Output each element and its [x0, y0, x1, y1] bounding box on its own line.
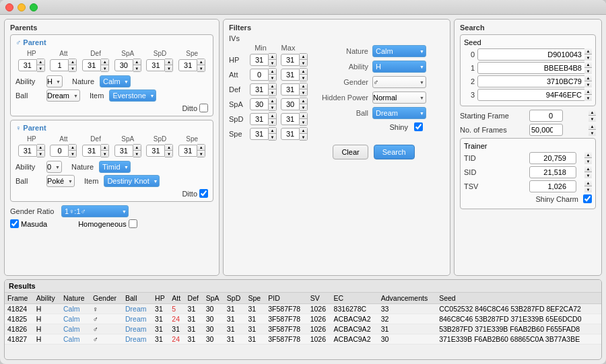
filter-spa-max[interactable]: ▲▼ [281, 98, 308, 111]
p2-ability-select[interactable]: 0 [46, 161, 62, 173]
filter-spd-min-input[interactable] [250, 113, 269, 125]
filter-def-max-down[interactable]: ▼ [300, 89, 307, 96]
filter-def-min-down[interactable]: ▼ [269, 89, 276, 96]
seed-down-2[interactable]: ▼ [584, 81, 592, 87]
seed-value-0[interactable] [477, 48, 592, 61]
num-frames-down[interactable]: ▼ [588, 130, 596, 136]
filter-att-max-input[interactable] [281, 69, 300, 81]
filter-spa-min-input[interactable] [250, 98, 269, 110]
p1-hp-input[interactable] [18, 59, 37, 71]
filter-gender-select[interactable]: ♂ [372, 76, 426, 88]
num-frames-stepper[interactable]: ▲ ▼ [588, 124, 596, 136]
p2-hp-input[interactable] [18, 145, 37, 157]
seed-up-2[interactable]: ▲ [584, 75, 592, 81]
filter-def-min-up[interactable]: ▲ [269, 83, 276, 89]
p1-att-down[interactable]: ▼ [69, 65, 76, 71]
filter-spe-min[interactable]: ▲▼ [250, 127, 277, 141]
search-button[interactable]: Search [374, 145, 415, 159]
p1-item-select-wrap[interactable]: Everstone [109, 89, 156, 102]
table-row[interactable]: 41825HCalm♂Dream3124313031313F587F781026… [5, 314, 601, 324]
tsv-stepper[interactable]: ▲ ▼ [584, 180, 592, 192]
p1-spe-spinner[interactable]: ▲▼ [178, 59, 205, 72]
starting-frame-stepper[interactable]: ▲ ▼ [588, 110, 596, 122]
filter-spa-max-input[interactable] [281, 98, 300, 110]
p1-spe-up[interactable]: ▲ [197, 59, 205, 65]
filter-spd-min-up[interactable]: ▲ [269, 113, 276, 119]
gender-ratio-select-wrap[interactable]: 1♀:1♂ [61, 205, 129, 217]
p1-spa-down[interactable]: ▼ [133, 65, 141, 71]
starting-frame-down[interactable]: ▼ [588, 116, 596, 122]
p2-spa-spinner[interactable]: ▲▼ [114, 144, 141, 157]
filter-hp-min-up[interactable]: ▲ [269, 54, 276, 60]
filter-spd-min[interactable]: ▲▼ [250, 112, 277, 126]
p1-att-spinner[interactable]: ▲▼ [50, 59, 77, 72]
p2-item-select[interactable]: Destiny Knot [104, 175, 160, 187]
filter-att-min[interactable]: ▲▼ [250, 68, 277, 81]
p1-spa-spinner[interactable]: ▲▼ [114, 59, 141, 72]
filter-spe-max-up[interactable]: ▲ [300, 128, 307, 134]
seed-value-3[interactable] [477, 89, 592, 101]
seed-down-0[interactable]: ▼ [584, 54, 592, 61]
seed-value-1[interactable] [477, 62, 592, 74]
filter-att-max-up[interactable]: ▲ [300, 69, 307, 75]
filter-spd-min-down[interactable]: ▼ [269, 119, 276, 125]
filter-spd-max-input[interactable] [281, 113, 300, 125]
seed-up-3[interactable]: ▲ [584, 89, 592, 95]
p2-spd-up[interactable]: ▲ [165, 145, 172, 151]
tid-up[interactable]: ▲ [584, 152, 592, 158]
tid-input[interactable] [529, 152, 576, 164]
filter-spa-min[interactable]: ▲▼ [250, 98, 277, 111]
num-frames-input[interactable] [529, 124, 563, 136]
p2-ball-select[interactable]: Poké [46, 175, 75, 187]
close-button[interactable] [5, 3, 13, 11]
minimize-button[interactable] [18, 3, 26, 11]
p1-def-spinner[interactable]: ▲▼ [82, 59, 109, 72]
p1-spd-down[interactable]: ▼ [165, 65, 172, 71]
p2-spe-input[interactable] [178, 145, 197, 157]
p1-ditto-checkbox[interactable] [199, 104, 208, 112]
seed-down-3[interactable]: ▼ [584, 95, 592, 101]
filter-spe-max-input[interactable] [281, 128, 300, 140]
p1-spa-up[interactable]: ▲ [133, 59, 141, 65]
p1-spd-spinner[interactable]: ▲▼ [146, 59, 173, 72]
tid-stepper[interactable]: ▲ ▼ [584, 152, 592, 164]
filter-hp-max-up[interactable]: ▲ [300, 54, 307, 60]
p2-nature-select-wrap[interactable]: Timid [99, 161, 131, 173]
filter-spa-max-up[interactable]: ▲ [300, 98, 307, 104]
p2-att-spinner[interactable]: ▲▼ [50, 144, 77, 157]
p1-ball-select-wrap[interactable]: Dream [46, 89, 80, 102]
seed-up-0[interactable]: ▲ [584, 48, 592, 54]
p1-hp-spinner[interactable]: ▲▼ [18, 59, 45, 72]
maximize-button[interactable] [30, 3, 38, 11]
p1-nature-select-wrap[interactable]: Calm [100, 75, 131, 87]
gender-ratio-select[interactable]: 1♀:1♂ [61, 205, 129, 217]
results-scroll[interactable]: Frame Ability Nature Gender Ball HP Att … [5, 293, 601, 359]
filter-spd-max-up[interactable]: ▲ [300, 113, 307, 119]
sid-stepper[interactable]: ▲ ▼ [584, 166, 592, 178]
p1-hp-down[interactable]: ▼ [37, 65, 44, 71]
p1-nature-select[interactable]: Calm [100, 75, 131, 87]
filter-spd-max[interactable]: ▲▼ [281, 112, 308, 126]
seed-stepper-0[interactable]: ▲ ▼ [584, 48, 592, 61]
tid-down[interactable]: ▼ [584, 158, 592, 164]
filter-att-max-down[interactable]: ▼ [300, 75, 307, 81]
filter-spe-min-down[interactable]: ▼ [269, 134, 276, 140]
filter-att-min-up[interactable]: ▲ [269, 69, 276, 75]
filter-spd-max-down[interactable]: ▼ [300, 119, 307, 125]
seed-stepper-3[interactable]: ▲ ▼ [584, 89, 592, 101]
filter-gender-select-wrap[interactable]: ♂ [372, 76, 426, 88]
filter-spe-max[interactable]: ▲▼ [281, 127, 308, 141]
p2-att-up[interactable]: ▲ [69, 145, 76, 151]
p2-spa-up[interactable]: ▲ [133, 145, 141, 151]
p1-spa-input[interactable] [114, 59, 133, 71]
p1-spd-input[interactable] [146, 59, 165, 71]
seed-stepper-1[interactable]: ▲ ▼ [584, 62, 592, 74]
tsv-up[interactable]: ▲ [584, 180, 592, 186]
p2-spe-up[interactable]: ▲ [197, 145, 205, 151]
p2-def-input[interactable] [82, 145, 101, 157]
p2-nature-select[interactable]: Timid [99, 161, 131, 173]
p1-def-input[interactable] [82, 59, 101, 71]
table-row[interactable]: 41827HCalm♂Dream3124313031313F587F781026… [5, 334, 601, 344]
p2-att-down[interactable]: ▼ [69, 151, 76, 157]
masuda-checkbox[interactable] [10, 219, 19, 228]
